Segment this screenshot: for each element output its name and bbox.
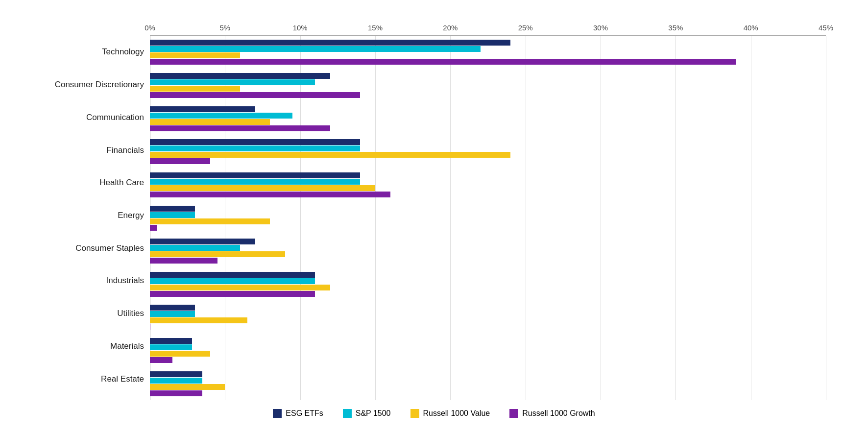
bar-row-russell_growth [150, 357, 826, 363]
sector-row-industrials [150, 267, 826, 301]
y-label-utilities: Utilities [42, 299, 150, 328]
y-axis: TechnologyConsumer DiscretionaryCommunic… [42, 21, 150, 400]
bar-russell_growth [150, 192, 390, 197]
bar-russell_growth [150, 324, 150, 330]
bar-group [150, 338, 826, 363]
bar-russell_growth [150, 390, 202, 396]
bar-russell_growth [150, 92, 360, 98]
bar-row-russell_growth [150, 92, 826, 98]
bar-group [150, 106, 826, 131]
sector-row-consumer-discretionary [150, 69, 826, 102]
bar-row-esg [150, 239, 826, 244]
y-label-consumer-discretionary: Consumer Discretionary [42, 70, 150, 99]
bar-esg [150, 73, 330, 79]
bar-sp1500 [150, 245, 240, 251]
legend: ESG ETFsS&P 1500Russell 1000 ValueRussel… [42, 409, 826, 418]
legend-label-2: Russell 1000 Value [423, 409, 490, 418]
x-tick-30: 30% [593, 24, 608, 32]
bar-esg [150, 338, 192, 344]
bar-esg [150, 305, 195, 311]
bar-row-russell_value [150, 285, 826, 290]
plot-area: 0%5%10%15%20%25%30%35%40%45% [150, 21, 826, 400]
bar-sp1500 [150, 113, 292, 119]
bar-row-esg [150, 305, 826, 311]
bar-esg [150, 139, 360, 145]
x-tick-20: 20% [443, 24, 458, 32]
bar-esg [150, 371, 202, 377]
y-label-materials: Materials [42, 332, 150, 361]
bar-sp1500 [150, 46, 481, 52]
bar-row-sp1500 [150, 145, 826, 151]
bar-russell_value [150, 152, 510, 158]
legend-swatch-2 [410, 409, 419, 418]
bar-row-sp1500 [150, 46, 826, 52]
sector-row-utilities [150, 301, 826, 334]
bar-esg [150, 272, 315, 278]
bar-row-esg [150, 371, 826, 377]
bar-sp1500 [150, 79, 315, 85]
bar-sp1500 [150, 278, 315, 284]
x-tick-25: 25% [518, 24, 533, 32]
sector-row-communication [150, 102, 826, 135]
bar-row-russell_growth [150, 192, 826, 197]
y-label-communication: Communication [42, 103, 150, 132]
bar-russell_value [150, 52, 240, 58]
bar-sp1500 [150, 212, 195, 218]
bar-row-sp1500 [150, 378, 826, 384]
bar-group [150, 371, 826, 396]
chart-area: TechnologyConsumer DiscretionaryCommunic… [42, 21, 826, 400]
bar-group [150, 305, 826, 330]
sector-row-consumer-staples [150, 235, 826, 268]
y-label-energy: Energy [42, 201, 150, 230]
grid-line-45 [826, 36, 826, 400]
legend-item-2: Russell 1000 Value [410, 409, 490, 418]
bar-russell_value [150, 384, 225, 390]
x-tick-40: 40% [744, 24, 758, 32]
bar-row-esg [150, 40, 826, 46]
bar-esg [150, 239, 255, 244]
legend-item-1: S&P 1500 [343, 409, 391, 418]
y-label-industrials: Industrials [42, 266, 150, 295]
bar-group [150, 272, 826, 297]
chart-container: TechnologyConsumer DiscretionaryCommunic… [42, 16, 826, 418]
bar-esg [150, 206, 195, 212]
y-label-financials: Financials [42, 136, 150, 165]
bar-group [150, 73, 826, 98]
sector-row-technology [150, 36, 826, 69]
bar-row-russell_value [150, 218, 826, 224]
bar-row-russell_growth [150, 324, 826, 330]
x-axis-top: 0%5%10%15%20%25%30%35%40%45% [150, 21, 826, 36]
sector-row-real-estate [150, 367, 826, 400]
bar-row-russell_value [150, 119, 826, 125]
legend-swatch-0 [273, 409, 282, 418]
bar-row-russell_value [150, 86, 826, 92]
x-tick-0: 0% [145, 24, 155, 32]
bar-russell_value [150, 185, 375, 191]
x-tick-45: 45% [819, 24, 833, 32]
bar-row-sp1500 [150, 79, 826, 85]
bar-russell_growth [150, 291, 315, 297]
bar-russell_value [150, 285, 330, 290]
bar-esg [150, 40, 510, 46]
x-tick-5: 5% [219, 24, 230, 32]
bar-row-russell_value [150, 351, 826, 357]
legend-label-3: Russell 1000 Growth [522, 409, 595, 418]
bar-row-esg [150, 73, 826, 79]
bar-row-esg [150, 338, 826, 344]
bar-russell_growth [150, 258, 217, 264]
x-tick-15: 15% [368, 24, 383, 32]
bar-row-russell_growth [150, 390, 826, 396]
sector-row-energy [150, 201, 826, 235]
bar-row-sp1500 [150, 311, 826, 317]
bar-esg [150, 172, 360, 178]
bar-row-russell_growth [150, 125, 826, 131]
bar-group [150, 172, 826, 197]
bar-russell_growth [150, 158, 210, 164]
bar-russell_value [150, 351, 210, 357]
bar-row-russell_value [150, 52, 826, 58]
legend-item-3: Russell 1000 Growth [509, 409, 595, 418]
bar-russell_value [150, 119, 270, 125]
bar-row-sp1500 [150, 344, 826, 350]
bar-group [150, 239, 826, 264]
bar-russell_growth [150, 59, 736, 65]
